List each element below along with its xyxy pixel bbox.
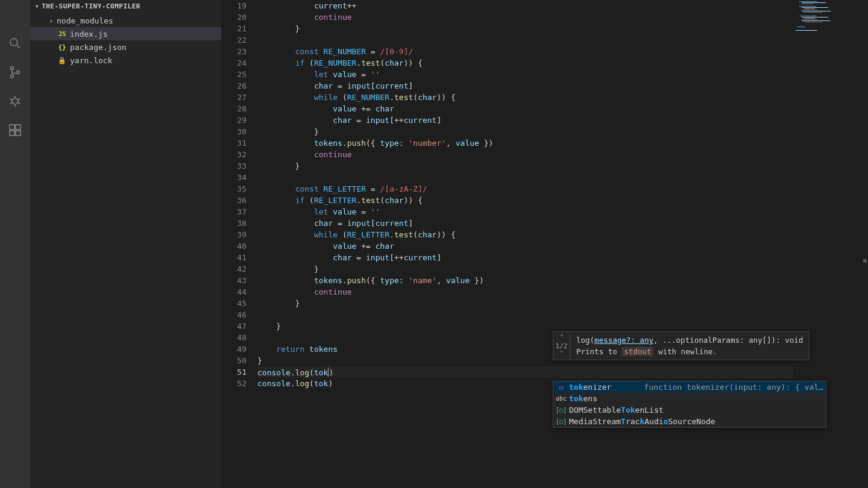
search-icon[interactable] [0, 29, 30, 58]
activity-bar [0, 0, 30, 488]
signature-help-widget: ˄ 1/2 ˅ log(message?: any, ...optionalPa… [553, 331, 810, 360]
line-number-gutter: 1920212223242526272829303132333435363738… [221, 0, 257, 488]
interface-icon: [○] [556, 407, 567, 413]
suggest-label: MediaStreamTrackAudioSourceNode [569, 417, 715, 426]
svg-rect-6 [16, 125, 20, 130]
interface-icon: [○] [556, 418, 567, 425]
svg-rect-5 [10, 125, 14, 130]
tree-file-package-json[interactable]: {} package.json [30, 40, 221, 54]
svg-point-1 [11, 67, 14, 70]
text-icon: abc [556, 395, 567, 402]
chevron-down-icon: ▾ [35, 2, 39, 10]
suggest-label: tokens [569, 394, 597, 403]
svg-rect-8 [16, 131, 20, 136]
lock-file-icon: 🔒 [57, 57, 68, 64]
suggest-item[interactable]: [○] DOMSettableTokenList [553, 404, 826, 416]
project-name: THE-SUPER-TINY-COMPILER [42, 2, 140, 10]
signature-doc: Prints to stdout with newline. [576, 346, 803, 357]
tree-item-label: index.js [70, 30, 108, 39]
signature-text: log(message?: any, ...optionalParams: an… [576, 334, 803, 346]
tree-item-label: package.json [70, 43, 127, 52]
svg-point-3 [17, 71, 20, 74]
tree-item-label: node_modules [57, 16, 113, 25]
svg-point-4 [12, 98, 18, 104]
suggest-item[interactable]: [○] MediaStreamTrackAudioSourceNode [553, 416, 826, 427]
tree-file-yarn-lock[interactable]: 🔒 yarn.lock [30, 54, 221, 67]
pager-count: 1/2 [556, 342, 568, 350]
svg-rect-7 [10, 131, 14, 136]
editor[interactable]: 1920212223242526272829303132333435363738… [221, 0, 868, 488]
explorer-header[interactable]: ▾ THE-SUPER-TINY-COMPILER [30, 0, 221, 13]
overview-ruler[interactable] [860, 0, 868, 488]
source-control-icon[interactable] [0, 58, 30, 87]
debug-icon[interactable] [0, 87, 30, 116]
svg-point-2 [11, 75, 14, 78]
suggest-item[interactable]: ◻ tokenizer function tokenizer(input: an… [553, 381, 826, 393]
json-file-icon: {} [57, 43, 68, 51]
tree-item-label: yarn.lock [70, 56, 112, 65]
tree-file-index-js[interactable]: JS index.js [30, 27, 221, 40]
suggest-item[interactable]: abc tokens [553, 393, 826, 404]
extensions-icon[interactable] [0, 116, 30, 145]
pager-up-icon[interactable]: ˄ [560, 334, 564, 342]
tree-folder-node-modules[interactable]: › node_modules [30, 14, 221, 27]
suggest-label: DOMSettableTokenList [569, 405, 664, 414]
suggest-label: tokenizer [569, 383, 611, 392]
suggest-detail: function tokenizer(input: any): { val… [611, 383, 823, 392]
pager-down-icon[interactable]: ˅ [560, 350, 564, 358]
function-icon: ◻ [556, 384, 567, 390]
file-tree: › node_modules JS index.js {} package.js… [30, 13, 221, 488]
signature-pager: ˄ 1/2 ˅ [553, 332, 570, 360]
suggest-widget: ◻ tokenizer function tokenizer(input: an… [553, 381, 826, 428]
js-file-icon: JS [57, 30, 68, 38]
explorer-sidebar: ▾ THE-SUPER-TINY-COMPILER › node_modules… [30, 0, 221, 488]
svg-point-0 [10, 39, 17, 46]
chevron-right-icon: › [47, 16, 55, 25]
